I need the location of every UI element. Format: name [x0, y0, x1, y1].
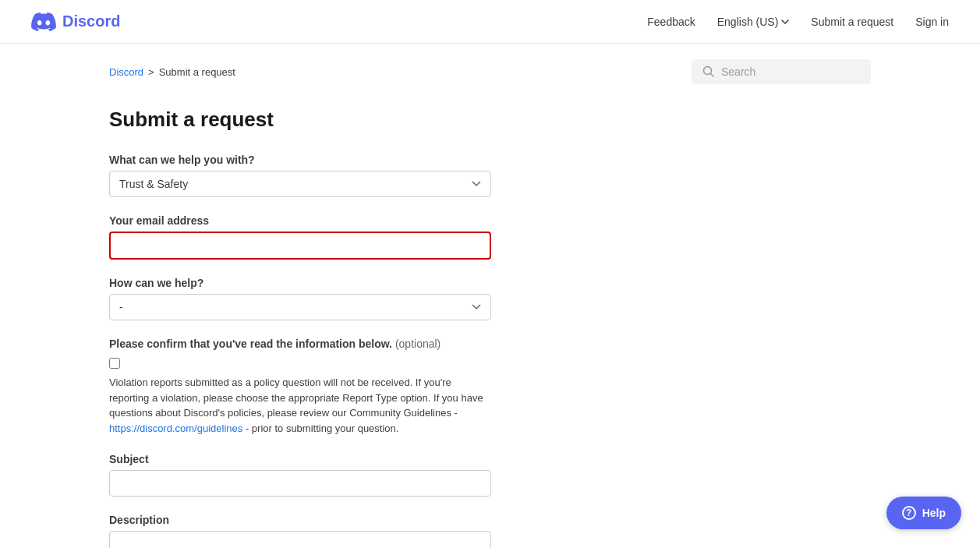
confirm-section: Please confirm that you've read the info…: [109, 338, 871, 436]
nav-links: Feedback English (US) Submit a request S…: [647, 16, 949, 28]
main-content: Submit a request What can we help you wi…: [0, 92, 980, 548]
page-title: Submit a request: [109, 108, 871, 132]
breadcrumb-current: Submit a request: [159, 66, 235, 78]
logo-text: Discord: [62, 12, 120, 30]
subject-label: Subject: [109, 453, 871, 465]
how-help-label: How can we help?: [109, 277, 871, 289]
subject-input[interactable]: [109, 470, 491, 497]
email-input[interactable]: [109, 232, 491, 260]
help-icon: ?: [902, 506, 916, 520]
how-help-group: How can we help? -: [109, 277, 871, 320]
search-icon: [702, 65, 715, 78]
breadcrumb: Discord > Submit a request: [109, 66, 235, 78]
help-type-select[interactable]: Trust & Safety: [109, 171, 491, 197]
help-button[interactable]: ? Help: [886, 497, 961, 529]
description-label: Description: [109, 514, 871, 526]
description-group: Description: [109, 514, 871, 548]
confirm-checkbox-row: [109, 356, 871, 369]
chevron-down-icon: [781, 19, 789, 24]
breadcrumb-area: Discord > Submit a request Search: [0, 44, 980, 92]
email-group: Your email address: [109, 214, 871, 260]
how-help-select[interactable]: -: [109, 294, 491, 320]
confirm-description: Violation reports submitted as a policy …: [109, 375, 491, 436]
logo-area: Discord: [31, 12, 120, 31]
help-button-label: Help: [922, 507, 946, 519]
sign-in-link[interactable]: Sign in: [915, 16, 949, 28]
guidelines-link[interactable]: https://discord.com/guidelines: [109, 422, 242, 434]
confirm-label: Please confirm that you've read the info…: [109, 338, 871, 350]
header: Discord Feedback English (US) Submit a r…: [0, 0, 980, 44]
email-label: Your email address: [109, 214, 871, 227]
breadcrumb-separator: >: [148, 66, 154, 78]
discord-logo-icon: [31, 12, 56, 31]
language-selector[interactable]: English (US): [717, 16, 790, 28]
confirm-checkbox[interactable]: [109, 358, 120, 369]
help-type-label: What can we help you with?: [109, 154, 871, 166]
help-type-group: What can we help you with? Trust & Safet…: [109, 154, 871, 197]
optional-tag: (optional): [395, 338, 440, 350]
subject-group: Subject: [109, 453, 871, 497]
search-placeholder-text: Search: [721, 65, 755, 78]
feedback-link[interactable]: Feedback: [647, 16, 695, 28]
search-box[interactable]: Search: [692, 59, 871, 84]
submit-request-link[interactable]: Submit a request: [811, 16, 893, 28]
breadcrumb-home-link[interactable]: Discord: [109, 66, 143, 78]
description-textarea[interactable]: [109, 531, 491, 548]
